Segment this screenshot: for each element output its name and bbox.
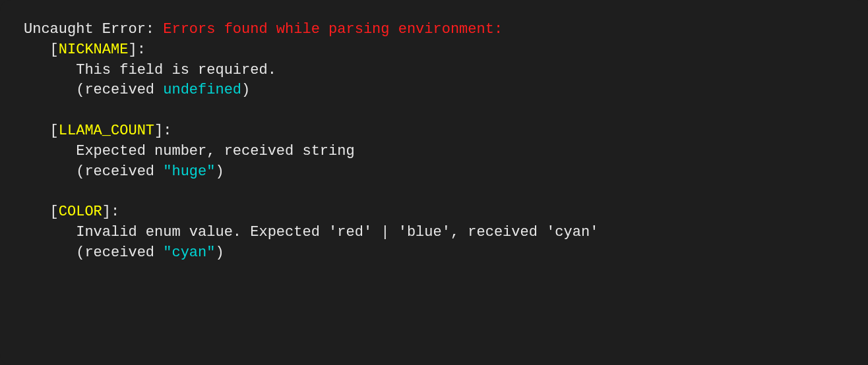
field-bracket-close: ]:: [102, 204, 119, 220]
field-name: COLOR: [59, 204, 102, 220]
received-value: "huge": [163, 163, 215, 180]
received-open: (received: [24, 163, 163, 180]
field-message: Expected number, received string: [24, 143, 355, 159]
error-prefix: Uncaught Error:: [24, 21, 163, 38]
received-value: "cyan": [163, 244, 215, 261]
field-bracket-close: ]:: [128, 42, 145, 58]
field-message: Invalid enum value. Expected 'red' | 'bl…: [24, 224, 598, 240]
received-open: (received: [24, 244, 163, 261]
received-close: ): [215, 244, 224, 261]
field-bracket-open: [: [24, 204, 59, 220]
received-open: (received: [24, 82, 163, 98]
field-bracket-open: [: [24, 42, 59, 58]
field-bracket-close: ]:: [154, 123, 171, 139]
field-name: NICKNAME: [59, 42, 129, 58]
error-headline: Errors found while parsing environment:: [163, 21, 503, 38]
received-value: undefined: [163, 82, 241, 98]
field-message: This field is required.: [24, 62, 276, 78]
received-close: ): [215, 163, 224, 180]
console-output: Uncaught Error: Errors found while parsi…: [0, 0, 868, 365]
field-bracket-open: [: [24, 123, 59, 139]
field-name: LLAMA_COUNT: [59, 123, 154, 139]
received-close: ): [241, 82, 250, 98]
